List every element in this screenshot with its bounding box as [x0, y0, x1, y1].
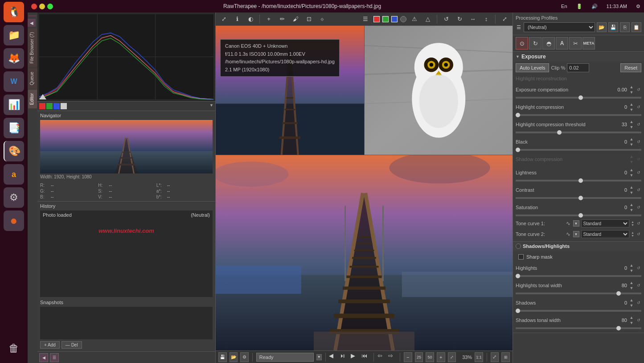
main-image-area[interactable]: [216, 155, 513, 351]
highlight-comp-up[interactable]: ▲: [629, 102, 634, 107]
sharp-mask-checkbox[interactable]: [518, 254, 524, 260]
exp-comp-reset[interactable]: ↺: [636, 87, 641, 92]
exp-comp-up[interactable]: ▲: [629, 84, 634, 90]
triangle-btn[interactable]: △: [422, 14, 433, 25]
amazon-icon[interactable]: a: [4, 164, 24, 185]
maximize-button[interactable]: [47, 4, 53, 9]
sh-htw-slider[interactable]: [516, 293, 641, 294]
tab-queue[interactable]: Queue: [28, 68, 37, 89]
exposure-tool-btn[interactable]: ⊙: [516, 37, 528, 50]
save-queue-btn[interactable]: 💾: [218, 352, 227, 362]
hist-options[interactable]: ▼: [209, 103, 213, 109]
black-slider[interactable]: [516, 149, 641, 151]
tc1-reset[interactable]: ↺: [636, 221, 641, 226]
zoom-fit-btn[interactable]: ⤢: [448, 352, 456, 362]
sh-highlights-reset[interactable]: ↺: [636, 265, 641, 271]
exp-comp-down[interactable]: ▼: [629, 90, 634, 95]
fullscreen-btn[interactable]: ⤢: [499, 14, 510, 25]
color-icon[interactable]: ●: [4, 210, 24, 231]
nav-skip-back-btn[interactable]: ⇦: [377, 352, 386, 362]
contrast-slider[interactable]: [516, 197, 641, 199]
highlight-comp-reset[interactable]: ↺: [636, 104, 641, 110]
add-snapshot-button[interactable]: + Add: [40, 341, 60, 349]
sh-htw-down[interactable]: ▼: [629, 285, 634, 291]
split-view-btn[interactable]: ⊞: [501, 352, 510, 362]
black-down[interactable]: ▼: [629, 142, 634, 147]
nav-next-btn[interactable]: ▶: [351, 352, 359, 362]
contrast-down[interactable]: ▼: [629, 190, 634, 195]
zoom-out-btn[interactable]: −: [404, 352, 412, 362]
rotate-cw-btn[interactable]: ↻: [454, 14, 465, 25]
hct-up[interactable]: ▲: [629, 119, 634, 124]
highlight-comp-down[interactable]: ▼: [629, 107, 634, 112]
rotate-ccw-btn[interactable]: ↺: [441, 14, 451, 25]
settings-icon[interactable]: ⚙: [4, 187, 24, 208]
fullscreen-status-btn[interactable]: ⤢: [491, 352, 499, 362]
transform-tool-btn[interactable]: A: [556, 37, 568, 50]
saturation-slider[interactable]: [516, 214, 641, 216]
straighten-btn[interactable]: ⟐: [317, 14, 328, 25]
sh-shadows-up[interactable]: ▲: [629, 297, 634, 303]
contrast-reset[interactable]: ↺: [636, 187, 641, 193]
calc-icon[interactable]: 📊: [4, 95, 24, 115]
sidebar-collapse-btn[interactable]: ◀: [28, 19, 36, 27]
zoom-25-btn[interactable]: 25: [415, 352, 423, 362]
tc1-up[interactable]: ▲: [631, 220, 634, 223]
tc1-down[interactable]: ▼: [631, 223, 634, 227]
tc2-select[interactable]: Standard: [581, 230, 630, 238]
menu-btn[interactable]: ☰: [360, 14, 371, 25]
black-up[interactable]: ▲: [629, 136, 634, 142]
red-indicator[interactable]: [373, 16, 380, 22]
hct-down[interactable]: ▼: [629, 124, 634, 130]
tc2-type-btn[interactable]: ▼: [573, 231, 579, 237]
blue-channel-btn[interactable]: [53, 103, 60, 109]
ubuntu-icon[interactable]: 🐧: [4, 2, 24, 22]
saturation-down[interactable]: ▼: [629, 207, 634, 213]
black-reset[interactable]: ↺: [636, 139, 641, 144]
status-dropdown[interactable]: ▼: [316, 354, 322, 360]
sh-highlights-slider[interactable]: [516, 275, 641, 277]
impress-icon[interactable]: 📑: [4, 118, 24, 138]
files-icon[interactable]: 📁: [4, 25, 24, 45]
red-channel-btn[interactable]: [39, 103, 45, 109]
sh-header[interactable]: Shadows/Highlights: [513, 242, 644, 251]
tab-editor[interactable]: Editor: [28, 90, 37, 108]
panel-tool-btn[interactable]: ☰: [50, 353, 59, 362]
saturation-up[interactable]: ▲: [629, 202, 634, 207]
highlight-comp-slider[interactable]: [516, 114, 641, 116]
sh-shadows-down[interactable]: ▼: [629, 303, 634, 308]
zoom-100-btn[interactable]: 1:1: [475, 352, 483, 362]
clip-value-input[interactable]: [567, 63, 589, 72]
exp-comp-slider[interactable]: [516, 97, 641, 99]
tc2-reset[interactable]: ↺: [636, 231, 641, 237]
tc2-up[interactable]: ▲: [631, 231, 634, 234]
flip-h-btn[interactable]: ↔: [468, 14, 478, 25]
pp-save-partial-btn[interactable]: 💾: [608, 22, 618, 32]
info-btn[interactable]: ℹ: [232, 14, 242, 25]
hct-slider[interactable]: [516, 132, 641, 133]
nav-queue-btn[interactable]: ⏯: [340, 352, 348, 362]
lightness-down[interactable]: ▼: [629, 173, 634, 178]
history-item[interactable]: Photo loaded (Neutral): [41, 211, 212, 219]
del-snapshot-button[interactable]: — Del: [62, 341, 82, 349]
nav-first-btn[interactable]: ⏮: [361, 352, 369, 362]
raw-tool-btn[interactable]: ✂: [569, 37, 582, 50]
tc2-down[interactable]: ▼: [631, 234, 634, 237]
meta-tool-btn[interactable]: META: [582, 37, 595, 50]
crop-btn[interactable]: ⊡: [304, 14, 314, 25]
green-indicator[interactable]: [382, 16, 389, 22]
trash-icon[interactable]: 🗑: [4, 338, 24, 359]
sh-highlights-up[interactable]: ▲: [629, 263, 634, 268]
sh-stw-slider[interactable]: [516, 327, 641, 329]
zoom-50-btn[interactable]: 50: [426, 352, 434, 362]
tc1-edit-btn[interactable]: ∿: [565, 220, 571, 227]
nav-skip-fwd-btn[interactable]: ⇨: [388, 352, 396, 362]
warning-btn[interactable]: ⚠: [409, 14, 420, 25]
detail-tool-btn[interactable]: ↻: [529, 37, 541, 50]
blue-indicator[interactable]: [391, 16, 398, 22]
hct-reset[interactable]: ↺: [636, 122, 641, 127]
preferences-btn[interactable]: ⚙: [240, 352, 249, 362]
tab-file-browser[interactable]: File Browser (7): [28, 29, 37, 67]
open-folder-btn[interactable]: 📂: [230, 352, 238, 362]
pp-paste-btn[interactable]: 📋: [632, 22, 641, 32]
